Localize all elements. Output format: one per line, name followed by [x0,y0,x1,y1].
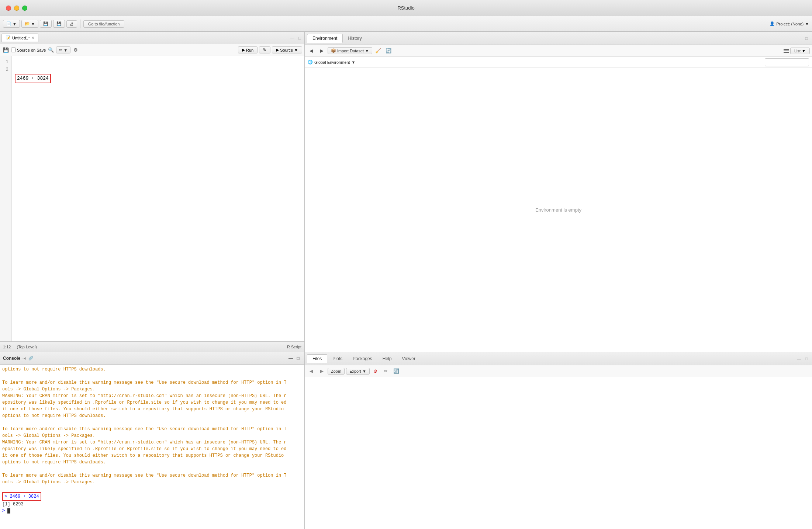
console-prompt: > [2,508,5,514]
new-file-button[interactable]: 📄 ▼ [3,20,20,28]
spell-check-button[interactable]: ✏ ▼ [56,46,70,53]
tab-close-button[interactable]: ✕ [31,36,34,40]
export-button[interactable]: Export ▼ [346,368,370,375]
plots-refresh-button[interactable]: 🔄 [392,367,401,376]
console-line-5: WARNING: Your CRAN mirror is set to "htt… [2,440,287,465]
env-minimize-button[interactable]: — [796,35,802,42]
console-maximize-button[interactable]: □ [295,355,301,362]
title-bar: RStudio [0,0,812,16]
hamburger-menu-icon[interactable] [784,49,789,53]
goto-file-button[interactable]: Go to file/function [83,20,125,28]
line-number-1: 1 [3,58,8,66]
import-icon: 📦 [331,48,336,53]
context-label: (Top Level) [17,345,37,349]
maximize-button[interactable] [22,6,27,11]
source-dropdown-icon: ▼ [294,48,298,52]
print-button[interactable]: 🖨 [66,20,77,28]
tab-help[interactable]: Help [377,355,397,363]
editor-panel: 📝 Untitled1* ✕ — □ 💾 Source on Save 🔍 [0,32,304,352]
open-file-button[interactable]: 📂 ▼ [21,20,38,28]
open-file-icon: 📂 [25,21,30,26]
source-on-save-label[interactable]: Source on Save [11,48,46,52]
run-label: Run [246,48,253,52]
tab-environment[interactable]: Environment [307,34,343,43]
rerun-icon: ↻ [263,48,266,52]
editor-tab-untitled1[interactable]: 📝 Untitled1* ✕ [1,34,38,42]
console-input-line: > 2469 + 3824 [2,494,41,499]
plots-edit-button[interactable]: ✏ [381,367,390,376]
tab-packages[interactable]: Packages [348,355,377,363]
line-numbers: 1 2 [0,56,12,341]
save-button[interactable]: 💾 [40,20,52,28]
tab-plots[interactable]: Plots [327,355,348,363]
files-content [305,377,812,529]
tab-files[interactable]: Files [307,354,327,363]
save-icon: 💾 [43,21,48,26]
files-panel-controls: — □ [796,355,810,362]
code-editor[interactable]: 1 2 2469 + 3824 [0,56,304,341]
env-toolbar: ◀ ▶ 📦 Import Dataset ▼ 🧹 🔄 List ▼ [305,45,812,57]
import-dataset-button[interactable]: 📦 Import Dataset ▼ [328,47,372,54]
console-path: ~/ [23,356,26,361]
plots-back-button[interactable]: ◀ [307,367,316,376]
files-tab-bar: Files Plots Packages Help Viewer — □ [305,352,812,365]
project-button[interactable]: 👤 Project: (None) ▼ [770,21,809,26]
window-title: RStudio [397,5,414,11]
source-on-save-checkbox[interactable] [11,48,16,52]
close-button[interactable] [6,6,11,11]
zoom-label: Zoom [331,369,341,373]
env-empty-message: Environment is empty [535,207,581,213]
compile-icon[interactable]: ⚙ [72,46,79,54]
tab-viewer[interactable]: Viewer [397,355,420,363]
files-maximize-button[interactable]: □ [803,355,810,362]
source-label: Source [280,48,293,52]
console-line-3: WARNING: Your CRAN mirror is set to "htt… [2,393,287,418]
plots-forward-button[interactable]: ▶ [317,367,326,376]
console-content[interactable]: options to not require HTTPS downloads. … [0,365,304,529]
run-button[interactable]: ▶ Run [238,46,258,53]
list-dropdown-icon: ▼ [802,49,806,53]
save-all-button[interactable]: 💾 [53,20,65,28]
env-maximize-button[interactable]: □ [803,35,810,42]
spell-dropdown-icon: ▼ [63,48,68,52]
zoom-button[interactable]: Zoom [328,368,345,375]
plots-delete-button[interactable]: ⊘ [371,367,380,376]
rerun-button[interactable]: ↻ [259,46,270,53]
env-tab-bar: Environment History — □ [305,32,812,45]
new-file-dropdown-icon[interactable]: ▼ [13,22,17,26]
file-type-label: R Script [287,345,301,349]
env-search-input[interactable] [765,58,809,66]
console-minimize-button[interactable]: — [287,355,294,362]
editor-maximize-button[interactable]: □ [296,35,303,41]
env-refresh-button[interactable]: 🔄 [384,46,393,55]
console-tab-label[interactable]: Console [3,356,20,361]
files-minimize-button[interactable]: — [796,355,802,362]
console-line-2: To learn more and/or disable this warnin… [2,380,287,392]
global-env-button[interactable]: 🌐 Global Environment ▼ [308,60,356,65]
spell-icon: ✏ [59,48,62,52]
editor-minimize-button[interactable]: — [289,35,296,41]
save-file-icon[interactable]: 💾 [2,46,10,54]
env-forward-button[interactable]: ▶ [317,46,326,55]
editor-status-bar: 1:12 (Top Level) R Script [0,341,304,352]
globe-icon: 🌐 [308,60,313,65]
person-icon: 👤 [770,21,775,26]
console-line-6: To learn more and/or disable this warnin… [2,473,287,485]
tab-history[interactable]: History [343,34,367,42]
main-layout: 📝 Untitled1* ✕ — □ 💾 Source on Save 🔍 [0,32,812,529]
search-icon[interactable]: 🔍 [47,46,55,54]
print-icon: 🖨 [70,22,74,26]
source-button[interactable]: ▶ Source ▼ [272,46,302,53]
code-content[interactable]: 2469 + 3824 [12,56,304,341]
console-path-link-icon[interactable]: 🔗 [28,356,34,361]
env-back-button[interactable]: ◀ [307,46,316,55]
console-panel: Console ~/ 🔗 — □ options to not require … [0,352,304,529]
open-file-dropdown-icon[interactable]: ▼ [31,22,35,26]
env-broom-button[interactable]: 🧹 [374,46,383,55]
toolbar-separator-1 [80,20,80,28]
env-content: Environment is empty [305,68,812,352]
list-button[interactable]: List ▼ [790,48,810,54]
list-label: List [794,49,801,53]
minimize-button[interactable] [14,6,19,11]
file-icon: 📝 [6,35,11,40]
